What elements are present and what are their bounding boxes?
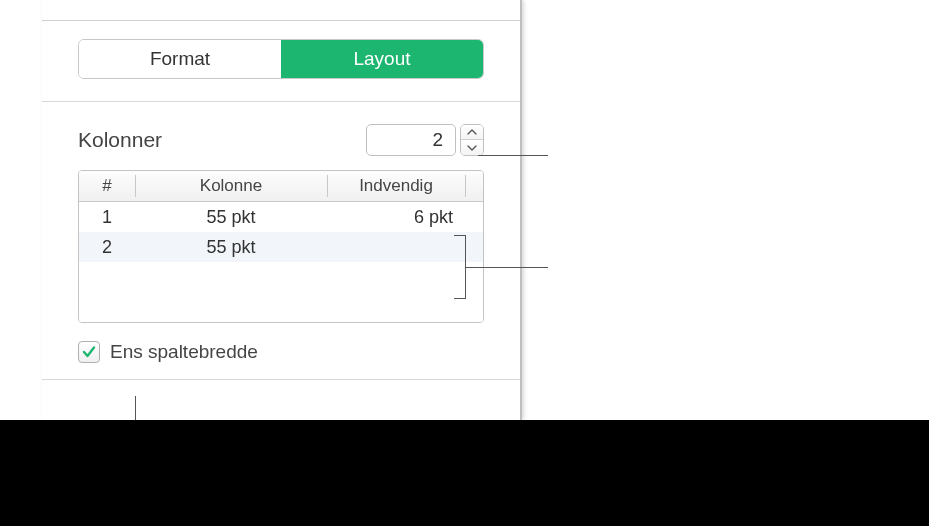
column-header-width[interactable]: Kolonne bbox=[135, 171, 327, 201]
cell-width[interactable]: 55 pkt bbox=[135, 207, 327, 228]
column-header-gutter[interactable]: Indvendig bbox=[327, 171, 465, 201]
divider bbox=[42, 101, 520, 102]
divider bbox=[42, 379, 520, 380]
cell-number: 2 bbox=[79, 237, 135, 258]
stepper-up-button[interactable] bbox=[461, 125, 483, 140]
stepper-buttons bbox=[460, 124, 484, 156]
cell-gutter[interactable]: 6 pkt bbox=[327, 207, 465, 228]
callout-bracket bbox=[454, 235, 466, 299]
black-strip bbox=[0, 420, 929, 526]
columns-label: Kolonner bbox=[78, 128, 162, 152]
table-header: # Kolonne Indvendig bbox=[79, 171, 483, 202]
stepper-down-button[interactable] bbox=[461, 140, 483, 155]
equal-width-label: Ens spaltebredde bbox=[110, 341, 258, 363]
checkmark-icon bbox=[81, 344, 97, 360]
chevron-up-icon bbox=[467, 129, 477, 135]
equal-width-checkbox[interactable] bbox=[78, 341, 100, 363]
table-row-empty bbox=[79, 262, 483, 322]
tab-format[interactable]: Format bbox=[79, 40, 281, 78]
table-row[interactable]: 2 55 pkt bbox=[79, 232, 483, 262]
columns-table: # Kolonne Indvendig 1 55 pkt 6 pkt 2 55 … bbox=[78, 170, 484, 323]
layout-panel: Format Layout Kolonner # Kolonne Indvend… bbox=[42, 0, 522, 420]
divider bbox=[42, 20, 520, 21]
cell-width[interactable]: 55 pkt bbox=[135, 237, 327, 258]
cell-number: 1 bbox=[79, 207, 135, 228]
column-header-number[interactable]: # bbox=[79, 171, 135, 201]
tab-group: Format Layout bbox=[78, 39, 484, 79]
callout-line bbox=[478, 155, 548, 156]
column-header-end bbox=[465, 171, 483, 201]
column-count-input[interactable] bbox=[366, 124, 456, 156]
table-body: 1 55 pkt 6 pkt 2 55 pkt bbox=[79, 202, 483, 322]
equal-width-row: Ens spaltebredde bbox=[78, 341, 484, 363]
tab-layout[interactable]: Layout bbox=[281, 40, 483, 78]
table-row[interactable]: 1 55 pkt 6 pkt bbox=[79, 202, 483, 232]
callout-line bbox=[466, 267, 548, 268]
chevron-down-icon bbox=[467, 145, 477, 151]
column-count-stepper bbox=[366, 124, 484, 156]
columns-row: Kolonner bbox=[78, 124, 484, 156]
